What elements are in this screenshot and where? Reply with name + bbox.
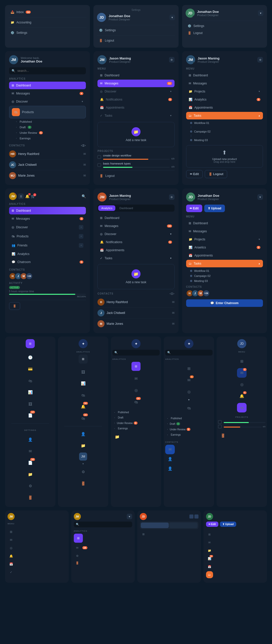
icon5-msg[interactable]: ✉ 2	[237, 368, 247, 378]
icon5-notif[interactable]: 🔔 5	[237, 391, 247, 401]
sub-earnings[interactable]: Earnings	[9, 136, 86, 141]
nav-messages[interactable]: ✉ Messages ●	[9, 90, 86, 97]
bottom-4-edit[interactable]: ✏ Edit	[206, 522, 219, 527]
cr-nav-appointments[interactable]: 📅 Appointments	[186, 252, 263, 259]
b1-appt[interactable]: 📅	[8, 561, 15, 568]
search-input[interactable]	[17, 69, 83, 73]
msg-logout[interactable]: 🚪 Logout	[97, 172, 174, 179]
bottom-2-search[interactable]: 🔍	[74, 522, 132, 527]
icon4-contact2[interactable]: 👤	[165, 464, 175, 473]
icon2-chart[interactable]: 📊	[78, 379, 88, 388]
nav-discover[interactable]: ◎ Discover ▼	[9, 98, 86, 105]
msg-nav-tasks[interactable]: ✓ Tasks ▼	[97, 112, 174, 119]
icon2-notif[interactable]: 🔔 16	[78, 402, 88, 411]
icon3-folder[interactable]: 📁	[112, 432, 122, 442]
icon-nav-logout[interactable]: 🚪	[25, 493, 35, 502]
cr-nav-analytics[interactable]: 📊 Anaetics 5	[186, 244, 263, 251]
icon-nav-clock[interactable]: 🕐	[25, 353, 35, 362]
icon5-logout[interactable]: 🚪	[218, 431, 228, 440]
b4-appt[interactable]: 📅	[206, 563, 213, 570]
b4-dash[interactable]: ⊞	[206, 531, 213, 538]
icon3-under-review[interactable]: Under Review 3	[112, 420, 160, 426]
mobile-friends-expand[interactable]: +	[79, 243, 83, 248]
b1-tasks[interactable]: ✓	[8, 569, 15, 576]
tab-dashboard[interactable]: Dashboard	[116, 205, 136, 211]
b4-msg[interactable]: ✉	[206, 539, 213, 546]
sub-under-review[interactable]: Under Review 5	[9, 130, 86, 136]
chatroom-edit-btn[interactable]: ✏ Edit	[186, 205, 202, 212]
icon4-discover[interactable]: ◎	[184, 387, 194, 397]
b1-msg[interactable]: ✉	[8, 536, 15, 543]
tasks-nav-tasks[interactable]: 🗂 Tasks ▲	[186, 112, 263, 119]
sub-draft[interactable]: Draft 8	[9, 124, 86, 130]
icon5-discover[interactable]: ◎	[237, 380, 247, 389]
b1-discover[interactable]: ◎	[8, 544, 15, 552]
accounting-item[interactable]: 📁 Accounting	[9, 19, 86, 26]
inbox-item[interactable]: 📥 Inbox 14	[9, 9, 86, 16]
tasks-nav-messages[interactable]: ✉ Messages	[186, 80, 263, 87]
icon2-person[interactable]: 👤	[78, 429, 88, 439]
icon5-product-active[interactable]: 🛍	[237, 403, 247, 412]
cr-nav-messages[interactable]: ✉ Messages	[186, 228, 263, 235]
icon5-p1-check[interactable]	[218, 420, 222, 424]
b3-dash[interactable]: ⊞	[140, 531, 147, 538]
icon3-search[interactable]: 🔍	[112, 350, 160, 356]
edit-button-tasks[interactable]: ✏ Edit	[186, 170, 203, 178]
mobile-nav-products[interactable]: 🛍 Products +	[9, 232, 86, 241]
analytics-chevron[interactable]: ⚙	[169, 194, 175, 200]
an-nav-notifications[interactable]: 🔔 Notifications 5	[97, 238, 174, 246]
project-1-check[interactable]	[97, 155, 101, 159]
an-jack-msg[interactable]: ✉	[172, 311, 175, 315]
mobile-nav-friends[interactable]: 👥 Friends +	[9, 241, 86, 250]
icon-nav-file2[interactable]: 📄 18	[25, 458, 35, 468]
icon3-dash-active[interactable]: ⊞	[131, 362, 141, 371]
jack-msg-icon[interactable]: ✉	[83, 163, 86, 167]
cr-nav-projects[interactable]: 📁 Projects ▼	[186, 236, 263, 243]
icon4-published[interactable]: Published	[165, 416, 213, 421]
icon4-dash[interactable]: ⊞	[184, 364, 194, 373]
tasks-nav-analytics[interactable]: 📊 Analytics 5	[186, 96, 263, 103]
an-marie-msg[interactable]: ✉	[172, 322, 175, 326]
mobile-logout-btn[interactable]: 🚪	[9, 302, 20, 310]
icon5-dash[interactable]: ⊞	[237, 357, 247, 366]
icon4-contact1[interactable]: 👤	[165, 454, 175, 464]
icon3-product[interactable]: 🛍 22	[131, 397, 141, 407]
chatroom-chevron[interactable]: ▼	[257, 194, 263, 200]
b2-logout[interactable]: 🚪	[74, 559, 81, 566]
b1-notif[interactable]: 🔔	[8, 553, 15, 560]
icon-analytics-dash[interactable]: ⊞	[79, 355, 88, 364]
mobile-nav-analytics[interactable]: 📊 Analytics	[9, 250, 86, 258]
msg-nav-notifications[interactable]: 🔔 Notifications 5	[97, 96, 174, 103]
mobile-discover-expand[interactable]: +	[79, 225, 83, 230]
mobile-menu-btn[interactable]: ☰	[18, 194, 24, 199]
icon3-earnings[interactable]: Earnings	[112, 426, 160, 431]
tasks-chevron[interactable]: ⚙	[257, 57, 263, 62]
mobile-search-icon[interactable]: 🔍	[82, 194, 86, 198]
tasks-nav-projects[interactable]: 📁 Projects ▼	[186, 88, 263, 95]
settings-item-2[interactable]: ⚙️ Settings	[97, 27, 175, 34]
b2-settings[interactable]: ⚙	[74, 552, 81, 559]
icon2-bag[interactable]: 🛍	[78, 390, 88, 400]
icon2-product[interactable]: 🛍 22	[78, 413, 88, 423]
project-2-check[interactable]	[97, 163, 101, 167]
b4-product-active[interactable]: 🗂	[206, 571, 213, 578]
icon-grid-active-1[interactable]: ⊞	[26, 339, 35, 348]
tasks-nav-dashboard[interactable]: ⊞ Dashboard	[186, 72, 263, 79]
b2-msg[interactable]: ✉	[74, 544, 81, 551]
icon4-under-review[interactable]: Under Review 5	[165, 427, 213, 432]
icon-nav-person[interactable]: 👤	[25, 435, 35, 444]
bottom-2-dash-active[interactable]: ⊞	[74, 534, 83, 543]
an-nav-tasks[interactable]: ✓ Tasks ▼	[97, 254, 174, 262]
mobile-products-expand[interactable]: +	[79, 234, 83, 239]
settings-item-3[interactable]: ⚙️ Settings	[186, 22, 263, 29]
icon-nav-wallet[interactable]: 💳	[25, 364, 35, 374]
settings-item-1[interactable]: ⚙️ Settings	[9, 29, 86, 36]
msg-nav-messages[interactable]: ✉ Messages 11	[97, 80, 174, 87]
msg-nav-dashboard[interactable]: ⊞ Dashboard	[97, 72, 174, 79]
marie-msg-icon[interactable]: ✉	[83, 174, 86, 177]
bottom-4-upload[interactable]: ⬆ Upload	[220, 522, 236, 527]
chatroom-upload-btn[interactable]: ⬆ Upload	[204, 205, 225, 212]
user-chevron-3[interactable]: ▼	[258, 10, 263, 16]
bottom-2-chevron[interactable]: ▼	[127, 514, 132, 519]
an-nav-appointments[interactable]: 📅 Appointments	[97, 246, 174, 254]
